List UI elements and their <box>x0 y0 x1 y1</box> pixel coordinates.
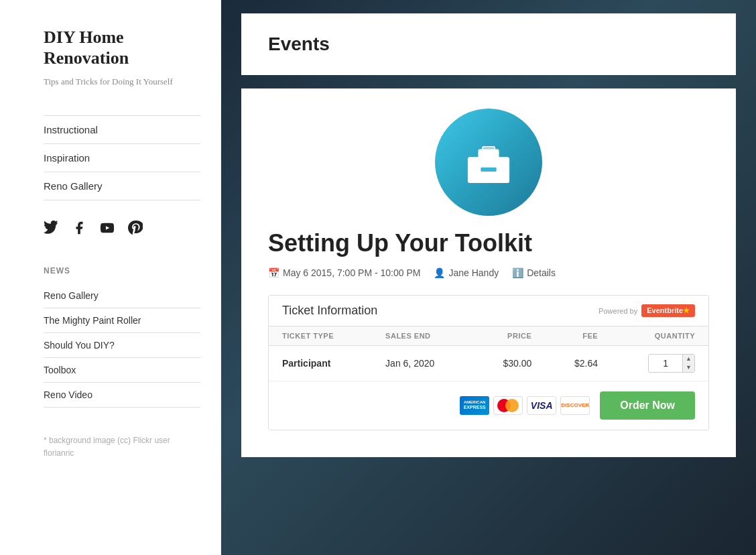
event-icon-wrap <box>268 109 709 216</box>
news-item-reno-gallery[interactable]: Reno Gallery <box>44 284 200 308</box>
price-cell: $30.00 <box>472 346 545 381</box>
calendar-icon: 📅 <box>268 267 279 278</box>
sales-end-cell: Jan 6, 2020 <box>372 346 472 381</box>
news-link-reno-gallery[interactable]: Reno Gallery <box>44 284 200 308</box>
quantity-up-arrow[interactable]: ▲ <box>683 355 694 363</box>
pinterest-icon[interactable] <box>128 221 143 239</box>
site-title: DIY Home Renovation <box>44 27 200 68</box>
eventbrite-logo: Eventbrite★ <box>641 304 695 317</box>
quantity-input[interactable]: 1 ▲ ▼ <box>648 354 695 373</box>
news-link-paint-roller[interactable]: The Mighty Paint Roller <box>44 308 200 332</box>
ticket-table-header-row: TICKET TYPE SALES END PRICE FEE QUANTITY <box>269 326 708 346</box>
news-link-should-you-diy[interactable]: Should You DIY? <box>44 333 200 357</box>
nav-item-reno-gallery[interactable]: Reno Gallery <box>44 172 200 200</box>
mc-right-circle <box>505 399 519 412</box>
footer-note: * background image (cc) Flickr user flor… <box>44 434 200 460</box>
ticket-section-title: Ticket Information <box>282 304 377 318</box>
news-item-paint-roller[interactable]: The Mighty Paint Roller <box>44 308 200 333</box>
event-date: May 6 2015, 7:00 PM - 10:00 PM <box>283 267 420 278</box>
payment-icons: AMERICAN EXPRESS VISA DISCOVER <box>460 396 590 415</box>
event-organizer-item: 👤 Jane Handy <box>434 267 499 278</box>
main-inner: Events Setting Up Your Toolkit <box>221 0 756 471</box>
news-link-toolbox[interactable]: Toolbox <box>44 358 200 382</box>
svg-rect-3 <box>481 168 496 172</box>
visa-card-icon: VISA <box>527 396 556 415</box>
quantity-cell: 1 ▲ ▼ <box>611 346 708 381</box>
youtube-icon[interactable] <box>100 221 115 239</box>
powered-by-label: Powered by <box>598 307 637 315</box>
svg-rect-2 <box>483 147 495 152</box>
details-link[interactable]: Details <box>527 267 556 278</box>
ticket-table: TICKET TYPE SALES END PRICE FEE QUANTITY… <box>269 326 708 381</box>
news-item-reno-video[interactable]: Reno Video <box>44 383 200 408</box>
event-organizer: Jane Handy <box>448 267 499 278</box>
fee-cell: $2.64 <box>545 346 611 381</box>
nav-link-reno-gallery[interactable]: Reno Gallery <box>44 172 200 200</box>
toolbox-svg-icon <box>462 139 515 186</box>
news-label: NEWS <box>44 266 200 275</box>
event-details-item[interactable]: ℹ️ Details <box>512 267 556 278</box>
nav-list: Instructional Inspiration Reno Gallery <box>44 116 200 200</box>
ticket-footer: AMERICAN EXPRESS VISA DISCOVER Or <box>269 381 708 430</box>
th-ticket-type: TICKET TYPE <box>269 326 372 346</box>
person-icon: 👤 <box>434 267 445 278</box>
news-link-reno-video[interactable]: Reno Video <box>44 383 200 407</box>
news-section: NEWS Reno Gallery The Mighty Paint Rolle… <box>44 266 200 408</box>
main-content: Events Setting Up Your Toolkit <box>221 0 756 555</box>
site-tagline: Tips and Tricks for Doing It Yourself <box>44 75 200 88</box>
quantity-arrows[interactable]: ▲ ▼ <box>682 355 694 372</box>
th-fee: FEE <box>545 326 611 346</box>
event-date-item: 📅 May 6 2015, 7:00 PM - 10:00 PM <box>268 267 420 278</box>
ticket-type-name: Participant <box>282 358 330 369</box>
info-icon: ℹ️ <box>512 267 523 278</box>
event-card: Setting Up Your Toolkit 📅 May 6 2015, 7:… <box>241 88 736 457</box>
nav-item-instructional[interactable]: Instructional <box>44 116 200 144</box>
amex-card-icon: AMERICAN EXPRESS <box>460 396 489 415</box>
events-header: Events <box>241 13 736 75</box>
ticket-type-cell: Participant <box>269 346 372 381</box>
events-title: Events <box>268 34 709 55</box>
discover-card-icon: DISCOVER <box>560 396 590 415</box>
social-icons-group <box>44 221 200 239</box>
sidebar: DIY Home Renovation Tips and Tricks for … <box>0 0 221 555</box>
ticket-box: Ticket Information Powered by Eventbrite… <box>268 295 709 430</box>
mastercard-icon <box>493 396 523 415</box>
quantity-down-arrow[interactable]: ▼ <box>683 363 694 372</box>
event-icon-circle <box>435 109 542 216</box>
nav-link-inspiration[interactable]: Inspiration <box>44 144 200 172</box>
order-now-button[interactable]: Order Now <box>600 391 695 420</box>
table-row: Participant Jan 6, 2020 $30.00 $2.64 1 ▲ <box>269 346 708 381</box>
th-price: PRICE <box>472 326 545 346</box>
th-sales-end: SALES END <box>372 326 472 346</box>
nav-link-instructional[interactable]: Instructional <box>44 116 200 143</box>
news-item-should-you-diy[interactable]: Should You DIY? <box>44 333 200 358</box>
news-item-toolbox[interactable]: Toolbox <box>44 358 200 383</box>
th-quantity: QUANTITY <box>611 326 708 346</box>
news-list: Reno Gallery The Mighty Paint Roller Sho… <box>44 284 200 408</box>
ticket-header: Ticket Information Powered by Eventbrite… <box>269 296 708 326</box>
twitter-icon[interactable] <box>44 221 58 239</box>
facebook-icon[interactable] <box>72 221 86 239</box>
eventbrite-badge: Powered by Eventbrite★ <box>598 304 695 317</box>
quantity-value: 1 <box>649 355 682 371</box>
nav-item-inspiration[interactable]: Inspiration <box>44 144 200 172</box>
event-title: Setting Up Your Toolkit <box>268 229 709 257</box>
event-meta: 📅 May 6 2015, 7:00 PM - 10:00 PM 👤 Jane … <box>268 267 709 278</box>
